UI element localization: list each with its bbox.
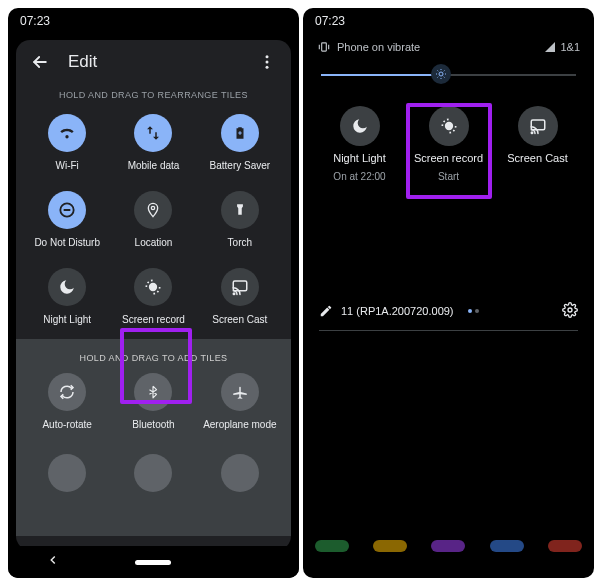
nav-home-button[interactable] bbox=[135, 560, 171, 565]
qs-edit-panel: Edit HOLD AND DRAG TO REARRANGE TILES Wi… bbox=[16, 40, 291, 550]
tile-label: Screen record bbox=[122, 314, 185, 325]
tile-auto-rotate[interactable]: Auto-rotate bbox=[24, 373, 110, 430]
qs-footer: 11 (RP1A.200720.009) bbox=[303, 302, 594, 331]
tile-screen-cast[interactable]: Screen Cast bbox=[197, 268, 283, 325]
svg-point-9 bbox=[439, 72, 443, 76]
tile-label: Aeroplane mode bbox=[203, 419, 276, 430]
background-app-hint bbox=[303, 540, 594, 570]
divider bbox=[319, 330, 578, 331]
ringer-mode[interactable]: Phone on vibrate bbox=[317, 40, 420, 54]
qs-label: Night Light bbox=[333, 152, 386, 165]
swap-icon bbox=[144, 124, 162, 142]
tile-torch[interactable]: Torch bbox=[197, 191, 283, 248]
settings-button[interactable] bbox=[562, 302, 578, 320]
svg-point-10 bbox=[445, 123, 452, 130]
moon-icon bbox=[58, 278, 76, 296]
tile-label: Wi-Fi bbox=[56, 160, 79, 171]
torch-icon bbox=[233, 200, 247, 220]
location-icon bbox=[145, 200, 161, 220]
qs-tile-night-light[interactable]: Night Light On at 22:00 bbox=[320, 106, 400, 182]
brightness-slider[interactable] bbox=[321, 68, 576, 82]
status-bar: 07:23 bbox=[8, 8, 299, 34]
status-time: 07:23 bbox=[20, 14, 50, 28]
nav-bar bbox=[8, 546, 299, 578]
phone-left: 07:23 Edit HOLD AND DRAG TO REARRANGE TI… bbox=[8, 8, 299, 578]
signal-icon bbox=[544, 41, 556, 53]
tile-placeholder-3[interactable] bbox=[197, 450, 283, 492]
tile-battery-saver[interactable]: Battery Saver bbox=[197, 114, 283, 171]
tile-night-light[interactable]: Night Light bbox=[24, 268, 110, 325]
svg-point-2 bbox=[266, 66, 269, 69]
brightness-thumb[interactable] bbox=[431, 64, 451, 84]
svg-rect-11 bbox=[531, 120, 545, 130]
build-text: 11 (RP1A.200720.009) bbox=[341, 305, 454, 317]
svg-point-1 bbox=[266, 61, 269, 64]
tile-placeholder-2[interactable] bbox=[110, 450, 196, 492]
screen-record-icon bbox=[439, 116, 459, 136]
vibrate-icon bbox=[317, 40, 331, 54]
tile-wifi[interactable]: Wi-Fi bbox=[24, 114, 110, 171]
edit-header: Edit bbox=[16, 40, 291, 84]
edit-title: Edit bbox=[68, 52, 253, 72]
status-bar: 07:23 bbox=[303, 8, 594, 34]
cast-icon bbox=[528, 117, 548, 135]
tile-mobile-data[interactable]: Mobile data bbox=[110, 114, 196, 171]
svg-point-7 bbox=[233, 293, 235, 295]
bluetooth-icon bbox=[146, 382, 160, 402]
svg-point-0 bbox=[266, 55, 269, 58]
status-time: 07:23 bbox=[315, 14, 345, 28]
network-label: 1&1 bbox=[560, 41, 580, 53]
page-dot bbox=[468, 309, 472, 313]
ringer-label: Phone on vibrate bbox=[337, 41, 420, 53]
screen-record-icon bbox=[143, 277, 163, 297]
rearrange-hint: HOLD AND DRAG TO REARRANGE TILES bbox=[16, 84, 291, 108]
edit-icon bbox=[319, 304, 333, 318]
build-info[interactable]: 11 (RP1A.200720.009) bbox=[319, 304, 479, 318]
dnd-icon bbox=[57, 200, 77, 220]
tile-dnd[interactable]: Do Not Disturb bbox=[24, 191, 110, 248]
qs-tile-screen-record[interactable]: Screen record Start bbox=[409, 106, 489, 182]
moon-icon bbox=[351, 117, 369, 135]
wifi-icon bbox=[57, 123, 77, 143]
tile-bluetooth[interactable]: Bluetooth bbox=[110, 373, 196, 430]
overflow-button[interactable] bbox=[253, 48, 281, 76]
svg-point-13 bbox=[568, 308, 572, 312]
arrow-back-icon bbox=[30, 52, 50, 72]
gear-icon bbox=[562, 302, 578, 318]
tile-label: Torch bbox=[228, 237, 252, 248]
qs-sub: On at 22:00 bbox=[333, 171, 385, 182]
svg-point-12 bbox=[531, 132, 533, 134]
tile-label: Night Light bbox=[43, 314, 91, 325]
qs-top-bar: Phone on vibrate 1&1 bbox=[303, 34, 594, 58]
tile-label: Mobile data bbox=[128, 160, 180, 171]
back-button[interactable] bbox=[26, 48, 54, 76]
svg-rect-8 bbox=[322, 43, 327, 51]
tile-label: Battery Saver bbox=[210, 160, 271, 171]
qs-label: Screen Cast bbox=[507, 152, 568, 165]
tile-screen-record[interactable]: Screen record bbox=[110, 268, 196, 325]
cast-icon bbox=[230, 278, 250, 296]
tile-label: Do Not Disturb bbox=[34, 237, 100, 248]
page-dots bbox=[468, 309, 479, 313]
nav-back-button[interactable] bbox=[46, 553, 60, 571]
airplane-icon bbox=[231, 383, 249, 401]
brightness-icon bbox=[435, 68, 447, 80]
active-tiles-grid: Wi-Fi Mobile data Battery Saver Do Not D… bbox=[16, 108, 291, 339]
more-vert-icon bbox=[258, 53, 276, 71]
qs-tile-screen-cast[interactable]: Screen Cast bbox=[498, 106, 578, 182]
qs-label: Screen record bbox=[414, 152, 483, 165]
tile-label: Auto-rotate bbox=[42, 419, 91, 430]
signal-network: 1&1 bbox=[544, 41, 580, 53]
tile-label: Location bbox=[135, 237, 173, 248]
tile-aeroplane[interactable]: Aeroplane mode bbox=[197, 373, 283, 430]
tile-label: Bluetooth bbox=[132, 419, 174, 430]
chevron-left-icon bbox=[46, 553, 60, 567]
phone-right: 07:23 Phone on vibrate 1&1 Night Light O… bbox=[303, 8, 594, 578]
svg-point-4 bbox=[152, 206, 155, 209]
tile-location[interactable]: Location bbox=[110, 191, 196, 248]
tile-label: Screen Cast bbox=[212, 314, 267, 325]
tile-placeholder-1[interactable] bbox=[24, 450, 110, 492]
svg-rect-6 bbox=[233, 281, 247, 291]
available-tiles-section: HOLD AND DRAG TO ADD TILES Auto-rotate B… bbox=[16, 339, 291, 536]
svg-point-5 bbox=[150, 284, 157, 291]
